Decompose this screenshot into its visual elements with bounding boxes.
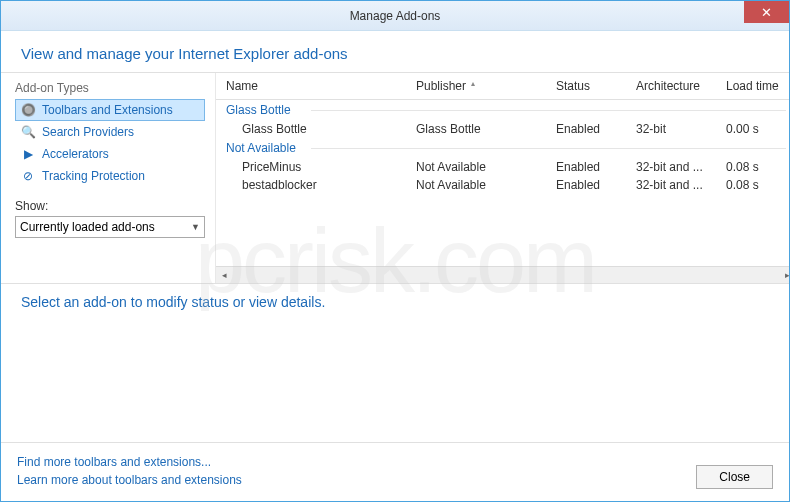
show-label: Show:	[15, 199, 205, 213]
cell-status: Enabled	[556, 122, 636, 136]
cell-architecture: 32-bit and ...	[636, 178, 726, 192]
chevron-down-icon: ▼	[191, 222, 200, 232]
col-header-publisher[interactable]: Publisher ▴	[416, 79, 556, 93]
addon-types-label: Add-on Types	[15, 81, 205, 95]
search-icon: 🔍	[20, 124, 36, 140]
col-header-load-time[interactable]: Load time	[726, 79, 790, 93]
tracking-icon: ⊘	[20, 168, 36, 184]
learn-more-link[interactable]: Learn more about toolbars and extensions	[17, 471, 242, 489]
titlebar: Manage Add-ons ✕	[1, 1, 789, 31]
addon-list-panel: Name Publisher ▴ Status Architecture Loa…	[216, 73, 790, 283]
col-header-status[interactable]: Status	[556, 79, 636, 93]
close-button[interactable]: Close	[696, 465, 773, 489]
sidebar-item-tracking-protection[interactable]: ⊘ Tracking Protection	[15, 165, 205, 187]
cell-name: bestadblocker	[242, 178, 416, 192]
window-close-button[interactable]: ✕	[744, 1, 789, 23]
find-more-link[interactable]: Find more toolbars and extensions...	[17, 453, 242, 471]
table-row[interactable]: PriceMinus Not Available Enabled 32-bit …	[226, 158, 790, 176]
sidebar-item-toolbars-extensions[interactable]: 🔘 Toolbars and Extensions	[15, 99, 205, 121]
details-pane: Select an add-on to modify status or vie…	[1, 283, 789, 428]
group-header[interactable]: Not Available	[226, 138, 790, 158]
close-icon: ✕	[761, 5, 772, 20]
main-area: Add-on Types 🔘 Toolbars and Extensions 🔍…	[1, 73, 789, 283]
horizontal-scrollbar[interactable]: ◂ ▸	[216, 266, 790, 283]
table-body: Glass Bottle Glass Bottle Glass Bottle E…	[216, 100, 790, 266]
cell-publisher: Glass Bottle	[416, 122, 556, 136]
table-row[interactable]: Glass Bottle Glass Bottle Enabled 32-bit…	[226, 120, 790, 138]
cell-status: Enabled	[556, 178, 636, 192]
header-title: View and manage your Internet Explorer a…	[21, 45, 769, 62]
footer: Find more toolbars and extensions... Lea…	[1, 442, 789, 501]
cell-architecture: 32-bit	[636, 122, 726, 136]
sidebar-item-search-providers[interactable]: 🔍 Search Providers	[15, 121, 205, 143]
cell-architecture: 32-bit and ...	[636, 160, 726, 174]
addon-types-group: Add-on Types 🔘 Toolbars and Extensions 🔍…	[15, 81, 205, 187]
sidebar-item-label: Tracking Protection	[42, 169, 145, 183]
col-header-architecture[interactable]: Architecture	[636, 79, 726, 93]
sidebar-item-accelerators[interactable]: ▶ Accelerators	[15, 143, 205, 165]
scroll-left-icon[interactable]: ◂	[216, 267, 233, 284]
scroll-right-icon[interactable]: ▸	[779, 267, 790, 284]
sidebar-item-label: Toolbars and Extensions	[42, 103, 173, 117]
cell-load-time: 0.08 s	[726, 178, 790, 192]
sidebar-item-label: Search Providers	[42, 125, 134, 139]
cell-load-time: 0.00 s	[726, 122, 790, 136]
cell-publisher: Not Available	[416, 178, 556, 192]
show-dropdown-value: Currently loaded add-ons	[20, 220, 155, 234]
table-row[interactable]: bestadblocker Not Available Enabled 32-b…	[226, 176, 790, 194]
sidebar: Add-on Types 🔘 Toolbars and Extensions 🔍…	[1, 73, 216, 283]
header-banner: View and manage your Internet Explorer a…	[1, 31, 789, 73]
col-header-name[interactable]: Name	[226, 79, 416, 93]
cell-status: Enabled	[556, 160, 636, 174]
cell-name: Glass Bottle	[242, 122, 416, 136]
accelerator-icon: ▶	[20, 146, 36, 162]
window-title: Manage Add-ons	[350, 9, 441, 23]
group-header[interactable]: Glass Bottle	[226, 100, 790, 120]
details-prompt: Select an add-on to modify status or vie…	[21, 294, 769, 310]
sort-ascending-icon: ▴	[471, 79, 475, 88]
footer-links: Find more toolbars and extensions... Lea…	[17, 453, 242, 489]
table-header: Name Publisher ▴ Status Architecture Loa…	[216, 73, 790, 100]
cell-name: PriceMinus	[242, 160, 416, 174]
show-dropdown[interactable]: Currently loaded add-ons ▼	[15, 216, 205, 238]
cell-load-time: 0.08 s	[726, 160, 790, 174]
sidebar-item-label: Accelerators	[42, 147, 109, 161]
toolbars-icon: 🔘	[20, 102, 36, 118]
cell-publisher: Not Available	[416, 160, 556, 174]
